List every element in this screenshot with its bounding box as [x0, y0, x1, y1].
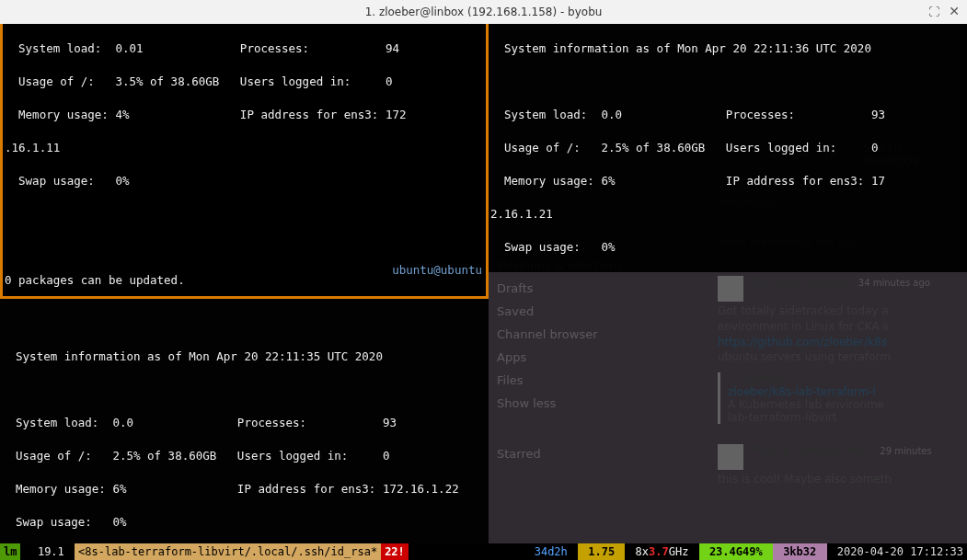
terminal-line: Usage of /: 2.5% of 38.60GB Users logged…	[490, 140, 965, 156]
status-datetime: 2020-04-20 17:12:33	[827, 543, 968, 560]
terminal-line: 2.16.1.21	[490, 206, 965, 223]
status-load: 1.75	[578, 543, 625, 560]
status-distro: lm	[0, 543, 20, 560]
status-uptime: 34d2h	[524, 543, 578, 560]
close-icon[interactable]: ✕	[949, 4, 960, 18]
terminal-area[interactable]: System load: 0.01 Processes: 94 Usage of…	[0, 24, 967, 560]
terminal-line: Memory usage: 6% IP address for ens3: 17	[490, 173, 965, 189]
terminal-line: Usage of /: 3.5% of 38.60GB Users logged…	[5, 74, 484, 90]
terminal-line: System load: 0.01 Processes: 94	[5, 40, 484, 57]
window-titlebar: 1. zloeber@linbox (192.168.1.158) - byob…	[0, 0, 967, 24]
status-cpu: 8x3.7GHz	[625, 543, 698, 560]
window-title: 1. zloeber@linbox (192.168.1.158) - byob…	[365, 6, 603, 18]
byobu-status-bar: lm 19.1 <8s-lab-terraform-libvirt/.local…	[0, 543, 967, 560]
terminal-line: System load: 0.0 Processes: 93	[490, 107, 965, 123]
terminal-line: System information as of Mon Apr 20 22:1…	[490, 40, 965, 57]
terminal-line: System information as of Mon Apr 20 22:1…	[2, 349, 487, 365]
pane-bottom-left[interactable]: System information as of Mon Apr 20 22:1…	[0, 299, 489, 543]
terminal-line: Swap usage: 0%	[5, 173, 484, 189]
terminal-line: System load: 0.0 Processes: 93	[2, 415, 487, 431]
pane-status-right: ubuntu@ubuntu	[392, 262, 482, 279]
terminal-line: Usage of /: 2.5% of 38.60GB Users logged…	[2, 448, 487, 464]
status-network: 3kb32	[773, 543, 827, 560]
pane-top-right[interactable]: System information as of Mon Apr 20 22:1…	[489, 24, 967, 272]
terminal-line: .16.1.11	[5, 140, 484, 156]
status-memory: 23.4G49%	[699, 543, 773, 560]
status-session-path: <8s-lab-terraform-libvirt/.local/.ssh/id…	[75, 543, 381, 560]
terminal-line: Memory usage: 4% IP address for ens3: 17…	[5, 107, 484, 123]
terminal-line: Memory usage: 6% IP address for ens3: 17…	[2, 481, 487, 497]
terminal-line: Swap usage: 0%	[490, 239, 965, 256]
terminal-line: Swap usage: 0%	[2, 514, 487, 531]
status-release: 19.1	[20, 543, 75, 560]
pane-top-left[interactable]: System load: 0.01 Processes: 94 Usage of…	[0, 24, 489, 299]
status-alert: 22!	[381, 543, 409, 560]
maximize-icon[interactable]: ⛶	[928, 6, 939, 18]
